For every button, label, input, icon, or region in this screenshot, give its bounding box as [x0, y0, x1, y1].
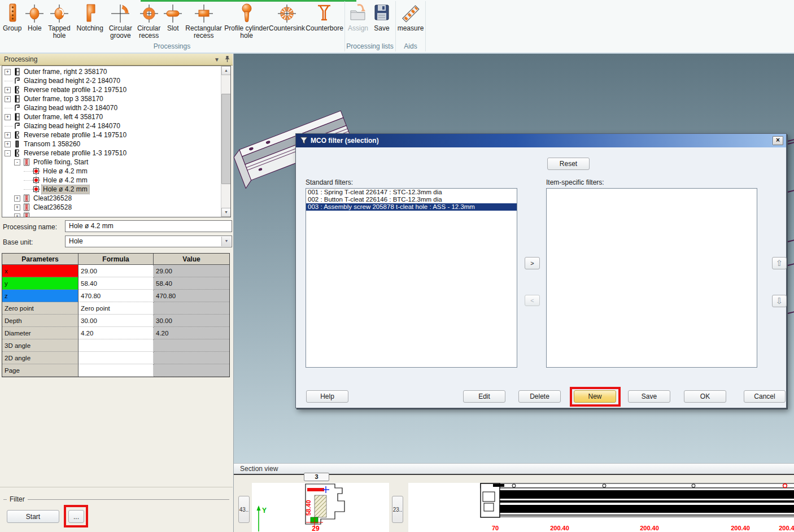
tree-item-reverse-rebate-profile-1-4-197510[interactable]: +Reverse rebate profile 1-4 197510 [2, 130, 221, 139]
base-unit-select[interactable]: Hole ▼ [65, 236, 232, 247]
tree-item-glazing-bead-height-2-4-184070[interactable]: Glazing bead height 2-4 184070 [2, 121, 221, 130]
formula-cell-x[interactable]: 29.00 [78, 265, 154, 277]
rectangular-recess-icon [194, 2, 214, 25]
ribbon-item-save[interactable]: Save [371, 2, 392, 41]
save-button[interactable]: Save [628, 390, 670, 403]
section-canvas-cross[interactable]: 58.40 Y 29 [252, 483, 389, 532]
tree-item-label: Transom 1 358260 [23, 140, 82, 149]
ribbon-item-countersink[interactable]: Countersink [269, 2, 305, 41]
tree-item-cleat236528[interactable]: +Cleat236528 [2, 203, 221, 212]
ribbon-item-tapped-hole[interactable]: Tapped hole [45, 2, 73, 41]
tree-item-reverse-rebate-profile-1-3-197510[interactable]: -Reverse rebate profile 1-3 197510 [2, 149, 221, 158]
processing-name-input[interactable]: Hole ø 4.2 mm [65, 220, 232, 232]
expand-icon[interactable]: + [5, 114, 11, 120]
rebate-icon [13, 86, 21, 94]
formula-cell-3d-angle[interactable] [78, 339, 154, 352]
scroll-thumb[interactable] [221, 94, 231, 184]
formula-cell-zero-point[interactable]: Zero point [78, 302, 154, 315]
close-icon[interactable]: × [773, 136, 783, 145]
table-row-z: z470.80470.80 [2, 290, 229, 302]
section-number-tab[interactable]: 3 [304, 473, 329, 481]
section-canvas-plan[interactable]: 70200.40200.40200.40200.40 [408, 483, 794, 532]
ribbon-item-circular-recess[interactable]: Circular recess [135, 2, 163, 41]
ribbon-item-label: measure [398, 25, 424, 32]
ribbon-item-circular-groove[interactable]: Circular groove [106, 2, 135, 41]
tree-item-cleat236528[interactable]: +Cleat236528 [2, 194, 221, 203]
delete-button[interactable]: Delete [518, 390, 561, 403]
ribbon-item-profile-cylinder-hole[interactable]: Profile cylinder hole [224, 2, 269, 41]
expand-icon[interactable]: + [14, 213, 20, 218]
expand-icon[interactable]: + [5, 132, 11, 138]
ribbon-item-group[interactable]: Group [0, 2, 24, 41]
tree-item-item[interactable]: + [2, 212, 221, 217]
tree-item-glazing-bead-height-2-2-184070[interactable]: Glazing bead height 2-2 184070 [2, 76, 221, 85]
bead-icon [13, 77, 21, 85]
panel-dropdown-icon[interactable]: ▼ [214, 56, 220, 63]
tree-item-outer-frame-left-4-358170[interactable]: +Outer frame, left 4 358170 [2, 112, 221, 121]
dialog-title-bar[interactable]: MCO filter (selection) × [296, 134, 786, 147]
help-button[interactable]: Help [306, 390, 348, 403]
ribbon-item-rectangular-recess[interactable]: Rectangular recess [183, 2, 224, 41]
tree-item-reverse-rebate-profile-1-2-197510[interactable]: +Reverse rebate profile 1-2 197510 [2, 85, 221, 94]
formula-cell-z[interactable]: 470.80 [78, 290, 154, 302]
ok-button[interactable]: OK [684, 390, 726, 403]
cancel-button[interactable]: Cancel [744, 390, 786, 403]
expand-icon[interactable]: + [5, 69, 11, 75]
filter-list-item[interactable]: 003 : Assembly screw 205878 t-cleat hole… [306, 203, 517, 211]
collapse-icon[interactable]: - [5, 150, 11, 156]
formula-cell-2d-angle[interactable] [78, 352, 154, 364]
scroll-up-button[interactable]: ▲ [221, 66, 231, 75]
formula-cell-diameter[interactable]: 4.20 [78, 327, 154, 339]
item-specific-filters-list[interactable] [546, 188, 757, 368]
chevron-down-icon[interactable]: ▼ [221, 237, 231, 246]
scroll-down-button[interactable]: ▼ [221, 208, 231, 217]
ribbon-item-slot[interactable]: Slot [163, 2, 183, 41]
tree-connector [5, 108, 12, 108]
expand-icon[interactable]: + [5, 87, 11, 93]
processing-panel-header[interactable]: Processing ▼ [0, 54, 233, 66]
circular-recess-icon [139, 2, 159, 25]
move-left-button[interactable]: < [525, 295, 540, 306]
collapse-icon[interactable]: - [14, 159, 20, 165]
profile-icon [13, 113, 21, 121]
move-down-arrow-button[interactable]: ⇩ [772, 295, 787, 307]
move-right-button[interactable]: > [525, 257, 540, 269]
ribbon-item-label: Notching [76, 25, 103, 32]
tree-item-hole-4-2-mm[interactable]: Hole ø 4.2 mm [2, 185, 221, 194]
ribbon-item-measure[interactable]: measure [396, 2, 425, 41]
formula-cell-y[interactable]: 58.40 [78, 277, 154, 290]
tree-scrollbar[interactable]: ▲ ▼ [221, 66, 230, 217]
tree-item-outer-frame-right-2-358170[interactable]: +Outer frame, right 2 358170 [2, 67, 221, 76]
expand-icon[interactable]: + [5, 141, 11, 147]
expand-icon[interactable]: + [14, 204, 20, 211]
ribbon-item-label: Circular recess [135, 25, 163, 40]
edit-button[interactable]: Edit [463, 390, 505, 403]
ribbon-item-counterbore[interactable]: Counterbore [305, 2, 344, 41]
reset-button[interactable]: Reset [547, 158, 590, 170]
tree-item-outer-frame-top-3-358170[interactable]: +Outer frame, top 3 358170 [2, 94, 221, 103]
tree-item-profile-fixing-start[interactable]: -Profile fixing, Start [2, 158, 221, 167]
expand-icon[interactable]: + [5, 96, 11, 102]
formula-cell-page[interactable] [78, 364, 154, 377]
move-up-arrow-button[interactable]: ⇧ [772, 257, 787, 269]
pin-icon[interactable] [224, 55, 230, 64]
param-cell-x: x [2, 265, 78, 277]
tree-item-glazing-bead-width-2-3-184070[interactable]: Glazing bead width 2-3 184070 [2, 103, 221, 112]
tree-connector [24, 180, 32, 181]
tree-item-hole-4-2-mm[interactable]: Hole ø 4.2 mm [2, 167, 221, 176]
filter-list-item[interactable]: 002 : Button T-cleat 226146 : BTC-12.3mm… [306, 196, 517, 203]
standard-filters-list[interactable]: 001 : Spring T-cleat 226147 : STC-12.3mm… [306, 188, 517, 368]
start-button[interactable]: Start [7, 510, 59, 523]
filter-list-item[interactable]: 001 : Spring T-cleat 226147 : STC-12.3mm… [306, 189, 517, 196]
section-nav-right-button[interactable]: 23.. [392, 496, 403, 523]
ribbon-item-label: Slot [167, 25, 179, 32]
expand-icon[interactable]: + [14, 195, 20, 202]
ribbon-item-label: Group [3, 25, 21, 32]
filter-groupbox [3, 499, 229, 500]
ribbon-item-hole[interactable]: Hole [24, 2, 45, 41]
tree-item-hole-4-2-mm[interactable]: Hole ø 4.2 mm [2, 176, 221, 185]
formula-cell-depth[interactable]: 30.00 [78, 315, 154, 327]
tree-item-transom-1-358260[interactable]: +Transom 1 358260 [2, 139, 221, 149]
ribbon-item-notching[interactable]: Notching [74, 2, 106, 41]
section-nav-left-button[interactable]: 43.. [238, 496, 250, 523]
